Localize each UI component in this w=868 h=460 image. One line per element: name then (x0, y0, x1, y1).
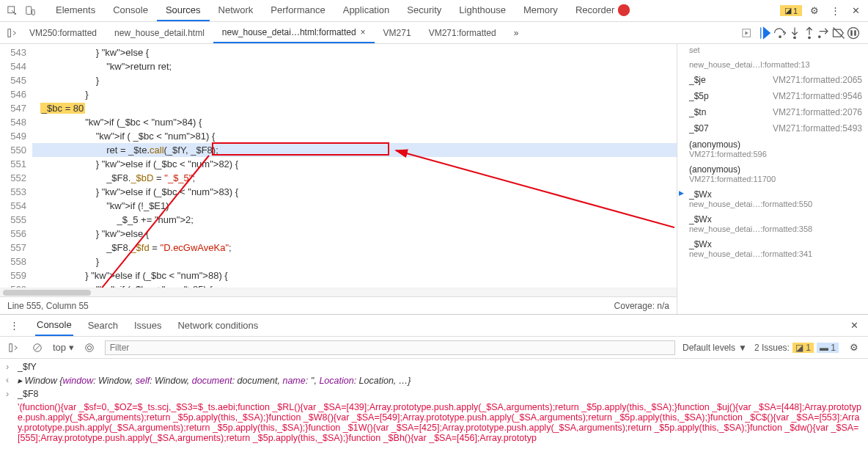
file-tab[interactable]: VM250:formatted (21, 23, 106, 43)
deactivate-breakpoints-icon[interactable] (831, 26, 846, 40)
issues-summary[interactable]: 2 Issues: ◪ 1 ▬ 1 (754, 343, 839, 353)
inspect-icon[interactable] (4, 3, 21, 19)
drawer-tab-console[interactable]: Console (35, 315, 73, 336)
tab-sources[interactable]: Sources (157, 0, 210, 21)
resume-icon[interactable] (758, 26, 773, 40)
code-editor[interactable]: 5435445455465475485495505515525535545555… (0, 44, 677, 314)
device-icon[interactable] (22, 3, 38, 19)
svg-rect-1 (26, 6, 32, 14)
file-tab[interactable]: new_house_detail.html (106, 23, 213, 43)
cursor-position: Line 555, Column 55 (7, 301, 89, 311)
svg-rect-3 (8, 29, 11, 37)
call-stack-pane[interactable]: setnew_house_detai…l:formatted:13_$jeVM2… (677, 44, 868, 314)
console-output[interactable]: ›_$fY‹▸ Window {window: Window, self: Wi… (0, 359, 868, 460)
coverage-status: Coverage: n/a (614, 301, 669, 311)
svg-rect-11 (854, 30, 856, 36)
svg-rect-14 (10, 343, 12, 351)
debug-controls (755, 26, 864, 40)
pause-exceptions-icon[interactable] (846, 26, 861, 40)
svg-rect-10 (850, 30, 853, 36)
console-sidebar-icon[interactable] (6, 340, 22, 356)
scrollbar-horizontal[interactable] (0, 288, 677, 296)
svg-line-16 (35, 345, 40, 350)
svg-point-5 (779, 35, 781, 38)
svg-point-6 (793, 36, 796, 39)
clear-console-icon[interactable] (29, 340, 45, 356)
console-filter-input[interactable] (105, 340, 675, 355)
step-over-icon[interactable] (773, 26, 787, 40)
tab-application[interactable]: Application (334, 0, 399, 21)
tab-memory[interactable]: Memory (515, 0, 567, 21)
file-tab[interactable]: VM271:formatted (420, 23, 505, 43)
file-tab[interactable]: VM271 (375, 23, 420, 43)
gear-icon[interactable]: ⚙ (846, 340, 862, 356)
drawer: ⋮ Console Search Issues Network conditio… (0, 314, 868, 460)
tab-elements[interactable]: Elements (47, 0, 104, 21)
step-out-icon[interactable] (802, 26, 817, 40)
tab-lighthouse[interactable]: Lighthouse (450, 0, 515, 21)
close-icon[interactable]: × (361, 27, 366, 37)
svg-point-17 (87, 346, 91, 349)
step-icon[interactable] (817, 26, 831, 40)
close-icon[interactable]: ✕ (847, 3, 864, 19)
kebab-icon[interactable]: ⋮ (827, 3, 843, 19)
file-tabs-bar: VM250:formatted new_house_detail.html ne… (0, 22, 868, 44)
svg-point-9 (848, 27, 859, 38)
more-tabs[interactable]: » (505, 23, 528, 43)
drawer-tab-network-conditions[interactable]: Network conditions (176, 315, 260, 335)
svg-point-8 (818, 35, 821, 38)
log-levels-selector[interactable]: Default levels ▼ (683, 343, 747, 353)
code-content[interactable]: } "kw">else { "kw">return ret; } } _$bc … (32, 44, 677, 288)
drawer-tab-search[interactable]: Search (87, 315, 119, 335)
svg-point-7 (808, 36, 811, 39)
close-icon[interactable]: ✕ (846, 318, 862, 334)
drawer-tab-issues[interactable]: Issues (133, 315, 163, 335)
navigator-icon[interactable] (4, 25, 21, 41)
live-expression-icon[interactable] (81, 340, 98, 356)
panel-tabs: Elements Console Sources Network Perform… (47, 0, 779, 21)
tab-security[interactable]: Security (398, 0, 450, 21)
editor-status-bar: Line 555, Column 55 Coverage: n/a (0, 296, 677, 314)
tab-console[interactable]: Console (104, 0, 157, 21)
tab-network[interactable]: Network (210, 0, 262, 21)
step-into-icon[interactable] (787, 26, 802, 40)
kebab-icon[interactable]: ⋮ (6, 318, 22, 334)
line-gutter: 5435445455465475485495505515525535545555… (0, 44, 32, 288)
context-selector[interactable]: top ▾ (53, 342, 74, 353)
run-snippet-icon[interactable] (739, 25, 755, 41)
warnings-badge[interactable]: ◪ 1 (780, 5, 802, 16)
svg-point-18 (85, 343, 93, 351)
devtools-main-toolbar: Elements Console Sources Network Perform… (0, 0, 868, 22)
tab-recorder[interactable]: Recorder ⬤ (567, 0, 639, 21)
svg-rect-2 (32, 10, 35, 15)
file-tab-active[interactable]: new_house_detai…html:formatted× (213, 23, 375, 43)
gear-icon[interactable]: ⚙ (806, 3, 823, 19)
tab-performance[interactable]: Performance (262, 0, 334, 21)
